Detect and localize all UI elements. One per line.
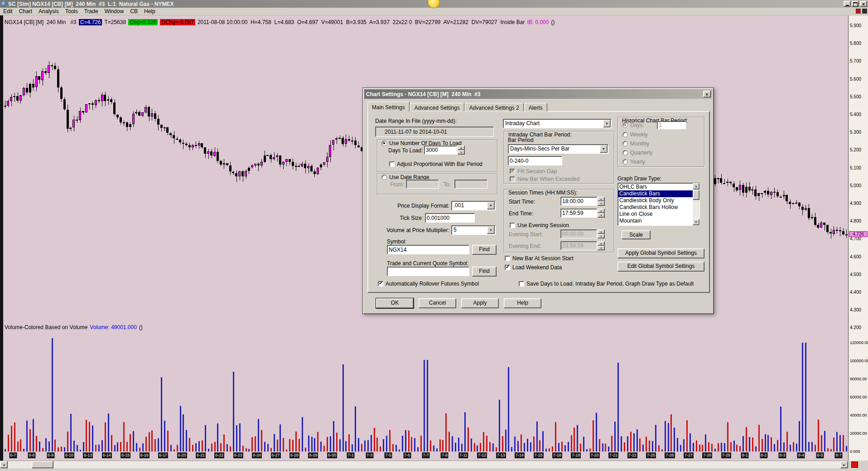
corner-red-icon[interactable] — [851, 461, 858, 468]
dialog-title: Chart Settings - NGX14 [CB] [M] 240 Min … — [366, 91, 481, 97]
vap-multiplier-combo[interactable]: 5 — [451, 225, 496, 235]
date-axis-label: 6-30 — [327, 452, 337, 458]
symbol-input[interactable] — [387, 245, 469, 254]
last-price-marker: 4.726 — [849, 231, 868, 237]
help-button[interactable]: Help — [504, 298, 541, 308]
volume-axis-label: 120000.00 — [850, 340, 868, 345]
auto-rollover-checkbox[interactable]: Automatically Rollover Futures Symbol — [378, 281, 479, 287]
fill-session-gap-checkbox[interactable]: Fill Session Gap — [510, 168, 557, 175]
date-axis-label: 7-22 — [627, 452, 637, 458]
date-axis-label: 7-7 — [422, 452, 429, 458]
from-input[interactable] — [406, 180, 439, 188]
spin-down-icon[interactable] — [598, 246, 605, 250]
tab-alerts[interactable]: Alerts — [524, 103, 547, 112]
trade-symbol-input[interactable] — [387, 267, 469, 276]
list-scroll-down-button[interactable] — [693, 219, 699, 225]
graph-type-option[interactable]: Candlestick Body Only — [618, 197, 693, 204]
evening-end-input[interactable] — [561, 242, 597, 250]
scroll-left-button[interactable] — [0, 461, 8, 468]
tab-advanced-settings-2[interactable]: Advanced Settings 2 — [465, 103, 524, 112]
graph-type-option[interactable]: Candlestick Bars Hollow — [618, 204, 693, 211]
save-defaults-checkbox[interactable]: Save Days to Load, Intraday Bar Period, … — [519, 281, 694, 287]
use-evening-session-checkbox[interactable]: Use Evening Session — [510, 222, 569, 228]
ok-button[interactable]: OK — [376, 298, 414, 308]
menu-analysis[interactable]: Analysis — [35, 8, 62, 15]
hist-days-input[interactable] — [657, 121, 685, 129]
menu-chart[interactable]: Chart — [16, 8, 35, 15]
horizontal-scrollbar[interactable] — [0, 461, 848, 468]
alert-red-icon[interactable] — [856, 9, 861, 14]
menu-trade[interactable]: Trade — [81, 8, 101, 15]
price-display-format-combo[interactable]: .001 — [451, 201, 496, 210]
menu-tools[interactable]: Tools — [62, 8, 81, 15]
list-scroll-up-button[interactable] — [693, 183, 699, 189]
to-input[interactable] — [455, 180, 487, 188]
tab-advanced-settings[interactable]: Advanced Settings — [410, 103, 464, 112]
dialog-titlebar[interactable]: Chart Settings - NGX14 [CB] [M] 240 Min … — [364, 89, 712, 99]
hist-monthly-radio[interactable]: Monthly — [622, 141, 649, 147]
date-axis-label: 7-5 — [385, 452, 392, 458]
adjust-proportional-checkbox[interactable]: Adjust Proportional With Bar Period — [389, 161, 482, 167]
spin-up-icon[interactable] — [598, 241, 605, 246]
trade-symbol-find-button[interactable]: Find — [472, 267, 497, 277]
volume-pane-canvas[interactable] — [0, 324, 848, 452]
symbol-find-button[interactable]: Find — [472, 245, 497, 255]
menu-cb[interactable]: CB — [127, 8, 141, 15]
end-time-input[interactable] — [561, 209, 597, 217]
tab-main-settings[interactable]: Main Settings — [367, 102, 410, 112]
apply-global-symbol-settings-button[interactable]: Apply Global Symbol Settings — [617, 248, 704, 258]
spin-down-icon[interactable] — [598, 213, 605, 218]
hist-quarterly-radio[interactable]: Quarterly — [622, 150, 652, 156]
date-axis: 6-76-86-96-106-136-146-156-166-176-206-2… — [0, 452, 848, 459]
menu-edit[interactable]: Edit — [0, 8, 16, 15]
chevron-down-icon[interactable] — [600, 145, 608, 153]
new-bar-at-session-checkbox[interactable]: New Bar At Session Start — [505, 255, 574, 262]
hist-weekly-radio[interactable]: Weekly — [622, 131, 648, 138]
price-scale[interactable]: 5.9005.8005.7005.6005.5005.4005.3005.200… — [848, 15, 868, 461]
alert-dark-icon[interactable] — [862, 9, 867, 14]
cancel-button[interactable]: Cancel — [419, 298, 456, 308]
menu-help[interactable]: Help — [141, 8, 159, 15]
hist-days-radio[interactable]: Days: — [622, 122, 644, 128]
spin-down-icon[interactable] — [458, 150, 465, 155]
days-to-load-input[interactable] — [424, 146, 457, 154]
graph-type-option[interactable]: Candlestick Bars — [618, 190, 693, 197]
graph-type-option[interactable]: Line on Close — [618, 211, 693, 218]
spin-up-icon[interactable] — [598, 229, 605, 234]
graph-type-option[interactable]: OHLC Bars — [618, 184, 693, 190]
tick-size-input[interactable] — [425, 214, 474, 222]
graph-type-option[interactable]: Mountain — [618, 218, 693, 224]
minimize-button[interactable] — [844, 1, 851, 7]
evening-start-input[interactable] — [561, 230, 597, 238]
start-time-input[interactable] — [561, 197, 597, 205]
session-times-legend: Session Times (HH:MM:SS): — [507, 189, 579, 196]
spin-up-icon[interactable] — [598, 209, 605, 213]
chevron-down-icon[interactable] — [487, 202, 495, 209]
date-axis-label: 6-21 — [196, 452, 206, 458]
spin-up-icon[interactable] — [598, 197, 605, 201]
bar-period-input[interactable] — [508, 156, 562, 165]
scale-button[interactable]: Scale — [622, 230, 651, 239]
chevron-down-icon[interactable] — [487, 226, 495, 234]
spin-down-icon[interactable] — [598, 234, 605, 238]
dialog-close-button[interactable] — [703, 91, 711, 97]
list-scrollbar-thumb[interactable] — [693, 190, 699, 200]
new-bar-when-exceeded-label: New Bar When Exceeded — [517, 176, 579, 182]
edit-global-symbol-settings-button[interactable]: Edit Global Symbol Settings — [617, 262, 704, 272]
new-bar-when-exceeded-checkbox[interactable]: New Bar When Exceeded — [510, 176, 579, 182]
maximize-button[interactable] — [852, 1, 859, 7]
apply-button[interactable]: Apply — [461, 298, 499, 308]
scroll-right-button[interactable] — [840, 461, 848, 468]
scrollbar-thumb[interactable] — [32, 461, 53, 468]
spin-up-icon[interactable] — [458, 146, 465, 150]
hist-yearly-radio[interactable]: Yearly — [622, 159, 645, 165]
menu-window[interactable]: Window — [101, 8, 127, 15]
spin-down-icon[interactable] — [598, 201, 605, 206]
chart-type-combo[interactable]: Intraday Chart — [503, 119, 612, 128]
graph-draw-type-list[interactable]: OHLC BarsCandlestick BarsCandlestick Bod… — [617, 183, 700, 226]
list-scrollbar[interactable] — [693, 183, 699, 225]
load-weekend-checkbox[interactable]: Load Weekend Data — [505, 264, 562, 271]
chevron-down-ic on[interactable] — [603, 120, 611, 127]
bar-period-type-combo[interactable]: Days-Mins-Secs Per Bar — [508, 144, 608, 154]
close-button[interactable] — [860, 1, 867, 7]
